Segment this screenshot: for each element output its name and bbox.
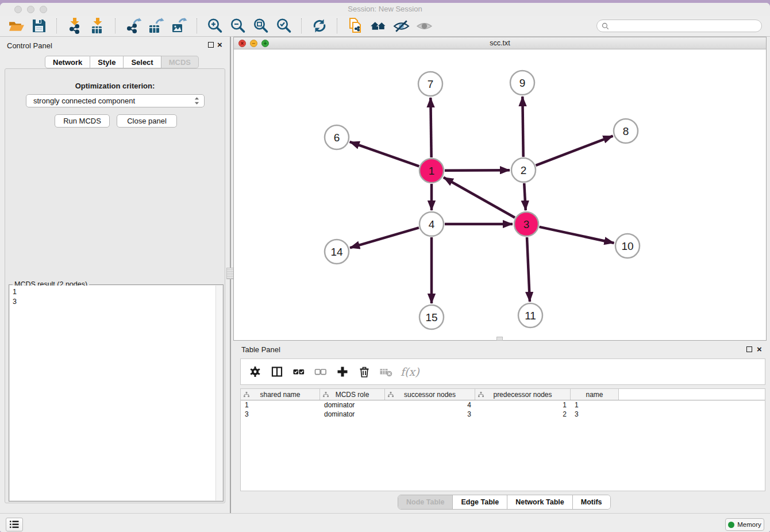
float-panel-icon[interactable] bbox=[208, 42, 214, 48]
close-panel-icon[interactable]: × bbox=[217, 41, 222, 48]
tab-network-table[interactable]: Network Table bbox=[507, 495, 572, 509]
result-scrollbar[interactable] bbox=[215, 286, 222, 500]
clone-network-button[interactable] bbox=[345, 17, 365, 35]
zoom-out-button[interactable] bbox=[228, 17, 248, 35]
tab-motifs[interactable]: Motifs bbox=[572, 495, 610, 509]
open-session-button[interactable] bbox=[6, 17, 26, 35]
tab-network[interactable]: Network bbox=[45, 56, 90, 68]
import-network-button[interactable] bbox=[65, 17, 84, 35]
graph-node-1[interactable]: 1 bbox=[419, 159, 444, 183]
float-table-panel-icon[interactable] bbox=[746, 346, 752, 352]
graph-node-14[interactable]: 14 bbox=[325, 240, 349, 264]
graph-edge-1-6[interactable] bbox=[350, 142, 419, 166]
tab-edge-table[interactable]: Edge Table bbox=[452, 495, 507, 509]
refresh-button[interactable] bbox=[310, 17, 329, 35]
table-body: 1dominator4113dominator323 bbox=[241, 400, 765, 419]
graph-edge-3-1[interactable] bbox=[444, 178, 515, 218]
export-table-button[interactable] bbox=[147, 17, 166, 35]
graph-edge-4-14[interactable] bbox=[350, 228, 419, 248]
graph-node-label: 2 bbox=[521, 164, 527, 176]
table-cell[interactable]: 3 bbox=[571, 410, 619, 418]
table-row[interactable]: 1dominator411 bbox=[241, 400, 765, 410]
save-session-button[interactable] bbox=[29, 17, 49, 35]
graph-node-7[interactable]: 7 bbox=[418, 72, 442, 96]
table-cell[interactable]: 3 bbox=[385, 410, 475, 418]
hierarchy-icon bbox=[244, 391, 249, 399]
zoom-out-icon bbox=[229, 17, 247, 34]
column-header-shared-name[interactable]: shared name bbox=[241, 389, 320, 400]
graph-node-label: 3 bbox=[523, 218, 530, 230]
table-cell[interactable]: 3 bbox=[241, 410, 320, 418]
network-window-title: scc.txt bbox=[234, 39, 766, 47]
table-cell[interactable]: 1 bbox=[241, 401, 320, 409]
graph-edge-2-3[interactable] bbox=[524, 183, 526, 210]
table-row[interactable]: 3dominator323 bbox=[241, 410, 765, 419]
zoom-in-button[interactable] bbox=[205, 17, 225, 35]
graph-node-9[interactable]: 9 bbox=[510, 71, 534, 95]
table-cell[interactable]: dominator bbox=[320, 410, 385, 418]
table-settings-button[interactable] bbox=[245, 362, 265, 381]
tab-mcds[interactable]: MCDS bbox=[161, 56, 199, 68]
graph-node-11[interactable]: 11 bbox=[518, 303, 542, 327]
network-graph[interactable]: 7968124314101511 bbox=[234, 49, 766, 340]
column-header-predecessor-nodes[interactable]: predecessor nodes bbox=[475, 389, 571, 400]
home-button[interactable] bbox=[368, 17, 388, 35]
select-all-rows-button[interactable] bbox=[289, 362, 309, 381]
tab-node-table[interactable]: Node Table bbox=[398, 495, 452, 509]
hierarchy-icon bbox=[478, 391, 484, 399]
table-cell[interactable]: 1 bbox=[571, 401, 619, 409]
column-header-MCDS-role[interactable]: MCDS role bbox=[320, 389, 385, 400]
close-table-panel-icon[interactable]: × bbox=[757, 346, 762, 353]
table-cell[interactable]: 2 bbox=[475, 410, 571, 418]
deselect-all-rows-button[interactable] bbox=[311, 362, 330, 381]
show-column-panel-button[interactable] bbox=[267, 362, 287, 381]
graph-node-6[interactable]: 6 bbox=[325, 125, 349, 149]
network-window-titlebar[interactable]: × − + scc.txt bbox=[234, 37, 766, 49]
toolbar-separator bbox=[301, 18, 302, 33]
table-cell[interactable]: 1 bbox=[475, 401, 571, 409]
table-cell[interactable]: 4 bbox=[385, 401, 475, 409]
criterion-dropdown[interactable]: strongly connected component bbox=[26, 94, 205, 107]
table-cell[interactable]: dominator bbox=[320, 401, 385, 409]
import-table-button[interactable] bbox=[88, 17, 107, 35]
graph-node-4[interactable]: 4 bbox=[419, 212, 444, 236]
delete-table-button[interactable] bbox=[376, 362, 396, 381]
toolbar-separator bbox=[337, 18, 338, 33]
zoom-fit-button[interactable] bbox=[251, 17, 271, 35]
graph-edge-2-8[interactable] bbox=[536, 136, 613, 165]
zoom-selected-button[interactable] bbox=[274, 17, 294, 35]
tab-select[interactable]: Select bbox=[124, 56, 161, 68]
search-box[interactable] bbox=[596, 20, 762, 32]
show-all-button[interactable] bbox=[414, 17, 434, 35]
trash-icon bbox=[358, 365, 371, 378]
task-history-button[interactable] bbox=[6, 518, 23, 531]
horizontal-splitter-grip[interactable] bbox=[496, 337, 503, 341]
graph-node-15[interactable]: 15 bbox=[419, 305, 444, 329]
tab-style[interactable]: Style bbox=[90, 56, 124, 68]
graph-edge-1-7[interactable] bbox=[430, 98, 431, 157]
graph-edge-3-10[interactable] bbox=[539, 227, 614, 243]
hide-selected-button[interactable] bbox=[391, 17, 411, 35]
export-network-icon bbox=[125, 18, 141, 34]
graph-edge-2-9[interactable] bbox=[522, 97, 523, 157]
graph-edge-1-2[interactable] bbox=[445, 170, 510, 171]
graph-node-2[interactable]: 2 bbox=[511, 158, 536, 182]
export-network-button[interactable] bbox=[124, 17, 143, 35]
memory-button[interactable]: Memory bbox=[725, 518, 764, 531]
hierarchy-icon bbox=[323, 391, 329, 399]
graph-node-10[interactable]: 10 bbox=[615, 234, 640, 258]
search-input[interactable] bbox=[612, 21, 757, 30]
delete-column-button[interactable] bbox=[355, 362, 374, 381]
function-builder-button[interactable]: f(x) bbox=[401, 365, 419, 378]
mcds-result-text[interactable]: 13 bbox=[10, 286, 215, 500]
graph-node-8[interactable]: 8 bbox=[614, 119, 638, 143]
run-mcds-button[interactable]: Run MCDS bbox=[55, 114, 110, 128]
column-header-name[interactable]: name bbox=[571, 389, 619, 400]
export-image-button[interactable] bbox=[170, 17, 189, 35]
add-column-button[interactable] bbox=[333, 362, 352, 381]
graph-edge-3-11[interactable] bbox=[527, 237, 530, 302]
graph-node-3[interactable]: 3 bbox=[514, 212, 538, 236]
close-panel-button[interactable]: Close panel bbox=[117, 114, 177, 128]
network-canvas[interactable]: 7968124314101511 bbox=[234, 49, 766, 340]
column-header-successor-nodes[interactable]: successor nodes bbox=[385, 389, 475, 400]
